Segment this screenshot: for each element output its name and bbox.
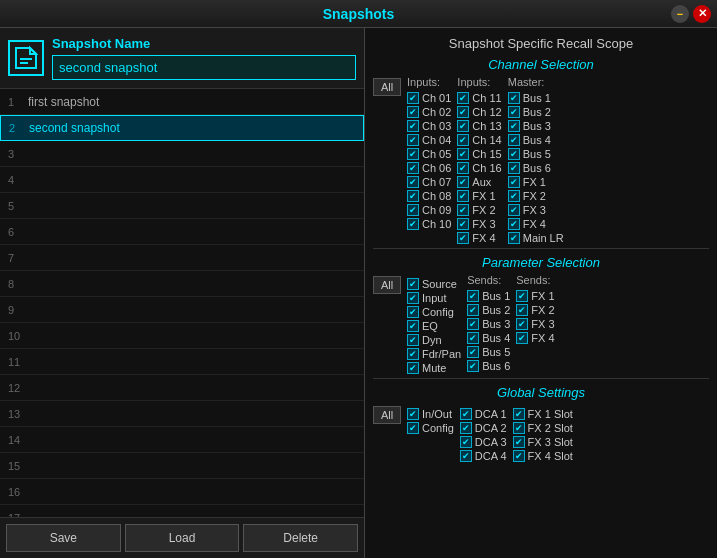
list-item[interactable]: 13 xyxy=(0,401,364,427)
checkbox[interactable]: ✔ xyxy=(508,148,520,160)
check-item: ✔FX 4 xyxy=(508,218,564,230)
checkbox[interactable]: ✔ xyxy=(513,408,525,420)
channel-all-button[interactable]: All xyxy=(373,78,401,96)
checkbox[interactable]: ✔ xyxy=(407,162,419,174)
list-item[interactable]: 4 xyxy=(0,167,364,193)
checkbox[interactable]: ✔ xyxy=(508,218,520,230)
checkbox[interactable]: ✔ xyxy=(508,232,520,244)
list-item[interactable]: 12 xyxy=(0,375,364,401)
checkbox[interactable]: ✔ xyxy=(407,190,419,202)
list-item[interactable]: 16 xyxy=(0,479,364,505)
list-item[interactable]: 15 xyxy=(0,453,364,479)
check-label: FX 4 xyxy=(531,332,554,344)
checkbox[interactable]: ✔ xyxy=(407,120,419,132)
minimize-button[interactable]: − xyxy=(671,5,689,23)
checkbox[interactable]: ✔ xyxy=(407,92,419,104)
checkbox[interactable]: ✔ xyxy=(516,304,528,316)
checkbox[interactable]: ✔ xyxy=(467,346,479,358)
list-item[interactable]: 17 xyxy=(0,505,364,517)
list-item-num: 2 xyxy=(9,122,29,134)
load-button[interactable]: Load xyxy=(125,524,240,552)
checkbox[interactable]: ✔ xyxy=(407,362,419,374)
list-item[interactable]: 9 xyxy=(0,297,364,323)
checkbox[interactable]: ✔ xyxy=(457,204,469,216)
checkbox[interactable]: ✔ xyxy=(407,348,419,360)
snapshot-name-input[interactable] xyxy=(52,55,356,80)
checkbox[interactable]: ✔ xyxy=(508,120,520,132)
checkbox[interactable]: ✔ xyxy=(407,176,419,188)
checkbox[interactable]: ✔ xyxy=(516,332,528,344)
checkbox[interactable]: ✔ xyxy=(508,190,520,202)
check-label: FX 3 xyxy=(472,218,495,230)
checkbox[interactable]: ✔ xyxy=(513,436,525,448)
checkbox[interactable]: ✔ xyxy=(407,106,419,118)
check-item: ✔Ch 14 xyxy=(457,134,501,146)
delete-button[interactable]: Delete xyxy=(243,524,358,552)
global-all-button[interactable]: All xyxy=(373,406,401,424)
checkbox[interactable]: ✔ xyxy=(407,334,419,346)
checkbox[interactable]: ✔ xyxy=(460,436,472,448)
check-label: Input xyxy=(422,292,446,304)
list-item[interactable]: 1first snapshot xyxy=(0,89,364,115)
checkbox[interactable]: ✔ xyxy=(460,408,472,420)
checkbox[interactable]: ✔ xyxy=(457,148,469,160)
checkbox[interactable]: ✔ xyxy=(407,204,419,216)
checkbox[interactable]: ✔ xyxy=(516,318,528,330)
checkbox[interactable]: ✔ xyxy=(508,92,520,104)
checkbox[interactable]: ✔ xyxy=(457,218,469,230)
close-button[interactable]: ✕ xyxy=(693,5,711,23)
checkbox[interactable]: ✔ xyxy=(407,292,419,304)
channel-selection-title: Channel Selection xyxy=(373,57,709,72)
checkbox[interactable]: ✔ xyxy=(457,120,469,132)
checkbox[interactable]: ✔ xyxy=(407,278,419,290)
checkbox[interactable]: ✔ xyxy=(467,318,479,330)
checkbox[interactable]: ✔ xyxy=(513,450,525,462)
list-item[interactable]: 14 xyxy=(0,427,364,453)
checkbox[interactable]: ✔ xyxy=(508,106,520,118)
checkbox[interactable]: ✔ xyxy=(407,218,419,230)
parameter-selection-section: All ✔Source✔Input✔Config✔EQ✔Dyn✔Fdr/Pan✔… xyxy=(373,274,709,374)
check-item: ✔Ch 15 xyxy=(457,148,501,160)
checkbox[interactable]: ✔ xyxy=(457,92,469,104)
list-item[interactable]: 8 xyxy=(0,271,364,297)
checkbox[interactable]: ✔ xyxy=(457,190,469,202)
checkbox[interactable]: ✔ xyxy=(407,422,419,434)
checkbox[interactable]: ✔ xyxy=(508,134,520,146)
checkbox[interactable]: ✔ xyxy=(460,450,472,462)
list-item[interactable]: 7 xyxy=(0,245,364,271)
checkbox[interactable]: ✔ xyxy=(457,106,469,118)
checkbox[interactable]: ✔ xyxy=(457,162,469,174)
check-label: FX 3 Slot xyxy=(528,436,573,448)
checkbox[interactable]: ✔ xyxy=(467,304,479,316)
checkbox[interactable]: ✔ xyxy=(457,176,469,188)
checkbox[interactable]: ✔ xyxy=(407,134,419,146)
list-item[interactable]: 10 xyxy=(0,323,364,349)
checkbox[interactable]: ✔ xyxy=(407,306,419,318)
checkbox[interactable]: ✔ xyxy=(508,162,520,174)
save-button[interactable]: Save xyxy=(6,524,121,552)
checkbox[interactable]: ✔ xyxy=(457,232,469,244)
parameter-all-button[interactable]: All xyxy=(373,276,401,294)
checkbox[interactable]: ✔ xyxy=(407,148,419,160)
list-item[interactable]: 6 xyxy=(0,219,364,245)
checkbox[interactable]: ✔ xyxy=(508,204,520,216)
checkbox[interactable]: ✔ xyxy=(467,332,479,344)
checkbox[interactable]: ✔ xyxy=(467,290,479,302)
checkbox[interactable]: ✔ xyxy=(508,176,520,188)
checkbox[interactable]: ✔ xyxy=(467,360,479,372)
checkbox[interactable]: ✔ xyxy=(407,320,419,332)
checkbox[interactable]: ✔ xyxy=(516,290,528,302)
check-label: FX 1 xyxy=(531,290,554,302)
list-item[interactable]: 3 xyxy=(0,141,364,167)
list-item[interactable]: 2second snapshot xyxy=(0,115,364,141)
checkbox[interactable]: ✔ xyxy=(457,134,469,146)
list-item[interactable]: 11 xyxy=(0,349,364,375)
checkbox[interactable]: ✔ xyxy=(460,422,472,434)
check-item: ✔Ch 10 xyxy=(407,218,451,230)
check-item: ✔Ch 12 xyxy=(457,106,501,118)
check-item: ✔Ch 08 xyxy=(407,190,451,202)
list-item[interactable]: 5 xyxy=(0,193,364,219)
checkbox[interactable]: ✔ xyxy=(407,408,419,420)
check-item: ✔Bus 4 xyxy=(508,134,564,146)
checkbox[interactable]: ✔ xyxy=(513,422,525,434)
